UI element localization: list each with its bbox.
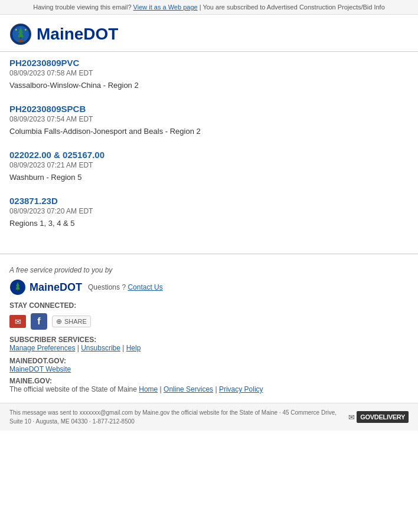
project-entry: PH20230809SPCB 08/09/2023 07:54 AM EDT C… [9, 104, 409, 138]
banner-text: Having trouble viewing this email? [33, 4, 131, 11]
govdelivery-envelope-icon: ✉ [348, 413, 355, 422]
project-description: Vassalboro-Winslow-China - Region 2 [9, 81, 409, 90]
stay-connected-label: STAY CONNECTED: [9, 301, 409, 310]
service-text: A free service provided to you by [9, 266, 409, 274]
share-label: SHARE [64, 318, 87, 325]
header-logo: ★ ★ MaineDOT [9, 23, 409, 45]
email-icon: ✉ [15, 317, 21, 326]
project-date: 08/09/2023 07:54 AM EDT [9, 115, 409, 123]
subscriber-links: Manage Preferences | Unsubscribe | Help [9, 344, 409, 352]
maine-gov-description: The official website of the State of Mai… [9, 385, 409, 393]
brand-name: MaineDOT [37, 25, 118, 44]
project-date: 08/09/2023 07:21 AM EDT [9, 161, 409, 169]
unsubscribe-link[interactable]: Unsubscribe [81, 344, 120, 352]
home-link[interactable]: Home [139, 385, 158, 393]
project-date: 08/09/2023 07:58 AM EDT [9, 69, 409, 77]
subscriber-services-section: SUBSCRIBER SERVICES: Manage Preferences … [9, 336, 409, 352]
mainedot-gov-section: MAINEDOT.GOV: MaineDOT Website [9, 357, 409, 373]
bottom-footer: This message was sent to xxxxxxx@gmail.c… [0, 403, 418, 431]
project-title-link[interactable]: 023871.23D [9, 196, 409, 206]
manage-preferences-link[interactable]: Manage Preferences [9, 344, 75, 352]
footer-logo-row: MaineDOT Questions ? Contact Us [9, 279, 409, 295]
project-description: Columbia Falls-Addison-Jonesport and Bea… [9, 127, 409, 136]
help-link[interactable]: Help [126, 344, 141, 352]
footer-questions: Questions ? Contact Us [88, 283, 163, 291]
facebook-icon[interactable]: f [31, 313, 47, 330]
online-services-link[interactable]: Online Services [164, 385, 213, 393]
svg-rect-4 [20, 37, 21, 39]
project-title-link[interactable]: PH20230809PVC [9, 58, 409, 68]
questions-text: Questions ? [88, 283, 126, 291]
govdelivery-logo: ✉ GOVDELIVERY [348, 411, 409, 423]
project-description: Washburn - Region 5 [9, 173, 409, 182]
top-banner: Having trouble viewing this email? View … [0, 0, 418, 15]
footer-brand-name: MaineDOT [30, 281, 82, 294]
mainedot-website-link[interactable]: MaineDOT Website [9, 365, 71, 373]
project-description: Regions 1, 3, 4 & 5 [9, 219, 409, 228]
social-icons: ✉ f ⊕ SHARE [9, 313, 409, 330]
project-entry: PH20230809PVC 08/09/2023 07:58 AM EDT Va… [9, 58, 409, 92]
mainedot-gov-label: MAINEDOT.GOV: [9, 357, 409, 365]
banner-after-text: | You are subscribed to Advertised Const… [200, 4, 385, 11]
project-date: 08/09/2023 07:20 AM EDT [9, 207, 409, 215]
privacy-policy-link[interactable]: Privacy Policy [219, 385, 263, 393]
footer-seal-icon [9, 279, 26, 295]
maine-gov-text: The official website of the State of Mai… [9, 385, 137, 393]
bottom-footer-text: This message was sent to xxxxxxx@gmail.c… [9, 408, 348, 426]
facebook-letter: f [37, 316, 40, 327]
project-entry: 022022.00 & 025167.00 08/09/2023 07:21 A… [9, 150, 409, 184]
project-entry: 023871.23D 08/09/2023 07:20 AM EDT Regio… [9, 196, 409, 230]
brand-name-text: MaineDOT [37, 25, 118, 43]
email-subscribe-icon[interactable]: ✉ [9, 315, 26, 328]
share-icon: ⊕ [56, 317, 62, 326]
project-title-link[interactable]: PH20230809SPCB [9, 104, 409, 114]
share-button[interactable]: ⊕ SHARE [52, 316, 91, 327]
maine-gov-section: MAINE.GOV: The official website of the S… [9, 377, 409, 393]
maine-seal-icon: ★ ★ [9, 23, 32, 45]
svg-rect-11 [17, 290, 18, 291]
main-content: PH20230809PVC 08/09/2023 07:58 AM EDT Va… [0, 52, 418, 248]
svg-rect-8 [19, 40, 22, 41]
footer: A free service provided to you by MaineD… [0, 260, 418, 403]
project-title-link[interactable]: 022022.00 & 025167.00 [9, 150, 409, 160]
subscriber-services-label: SUBSCRIBER SERVICES: [9, 336, 409, 344]
view-as-webpage-link[interactable]: View it as a Web page [133, 4, 198, 11]
govdelivery-brand: GOVDELIVERY [357, 411, 409, 423]
header: ★ ★ MaineDOT [0, 15, 418, 52]
footer-divider [0, 254, 418, 254]
maine-gov-label: MAINE.GOV: [9, 377, 409, 385]
contact-us-link[interactable]: Contact Us [128, 283, 162, 291]
